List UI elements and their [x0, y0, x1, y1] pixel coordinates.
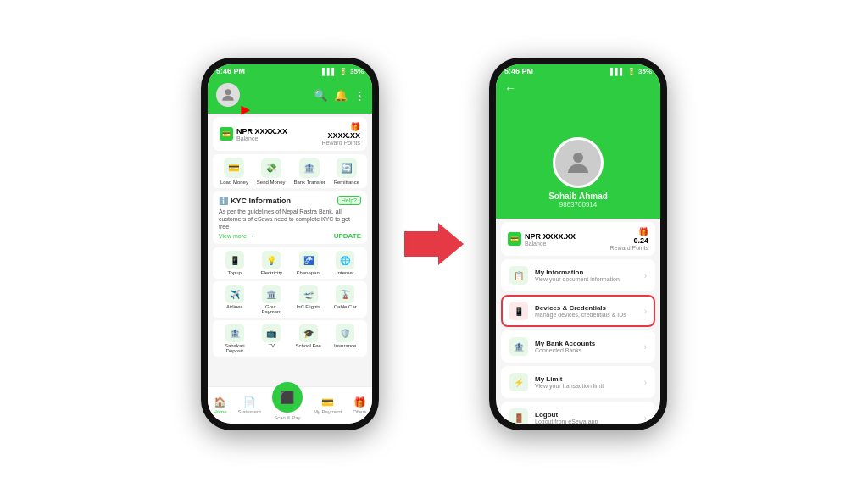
devices-menu-icon: 📱: [509, 302, 528, 320]
kyc-view-more[interactable]: View more →: [219, 233, 254, 239]
menu-list: 📋 My Information View your document info…: [496, 259, 660, 424]
balance-card-left: 💳 NPR XXXX.XX Balance 🎁 XXXX.XX Reward P…: [213, 117, 367, 151]
bottom-nav-left: 🏠 Home 📄 Statement ⬛ Scan & Pay 💳 My Pay…: [208, 386, 372, 424]
scan-button[interactable]: ⬛: [272, 382, 303, 413]
svc-tv[interactable]: 📺TV: [255, 324, 289, 353]
menu-devices-credentials[interactable]: 📱 Devices & Credentials Manage devices, …: [501, 295, 655, 327]
reward-value-left: XXXX.XX: [321, 131, 360, 140]
home-icon: 🏠: [214, 396, 226, 408]
svc-topup[interactable]: 📱Topup: [218, 251, 252, 275]
status-icons-right: ▌▌▌ 🔋 35%: [610, 68, 652, 75]
services-row-1: 📱Topup 💡Electricity 🚰Khanepani 🌐Internet: [213, 247, 367, 279]
scene: ◄ 5:46 PM ▌▌▌ 🔋 35% 🔍 🔔 ⋮: [0, 0, 868, 488]
wallet-icon: 💳: [220, 127, 233, 141]
svg-point-2: [573, 152, 583, 163]
chevron-icon-2: ›: [644, 342, 647, 352]
services-row-3: 🏦Sahakari Deposit 📺TV 🎓School Fee 🛡️Insu…: [213, 320, 367, 357]
quick-actions: 💳 Load Money 💸 Send Money 🏦 Bank Transfe…: [213, 154, 367, 188]
svc-govt-payment[interactable]: 🏛️Govt. Payment: [255, 285, 289, 314]
right-phone: 5:46 PM ▌▌▌ 🔋 35% ← Sohaib Ahmad 9863700…: [489, 58, 667, 430]
left-header: 🔍 🔔 ⋮: [208, 78, 372, 114]
offers-icon: 🎁: [353, 396, 366, 408]
profile-name: Sohaib Ahmad: [548, 191, 608, 201]
balance-card-right: 💳 NPR XXXX.XX Balance 🎁 0.24 Reward Poin…: [501, 222, 655, 256]
time-right: 5:46 PM: [504, 67, 533, 75]
svc-electricity[interactable]: 💡Electricity: [255, 251, 289, 275]
menu-my-limit[interactable]: ⚡ My Limit View your transaction limit ›: [501, 366, 655, 398]
reward-value-right: 0.24: [609, 236, 648, 245]
svc-khanepani[interactable]: 🚰Khanepani: [292, 251, 326, 275]
svc-school-fee[interactable]: 🎓School Fee: [292, 324, 326, 353]
menu-logout[interactable]: 🚪 Logout Logout from eSewa app ›: [501, 402, 655, 424]
bank-menu-icon: 🏦: [509, 337, 528, 356]
qa-bank-transfer[interactable]: 🏦 Bank Transfer: [293, 158, 325, 185]
svc-cable-car[interactable]: 🚡Cable Car: [329, 285, 363, 314]
left-phone-screen: 5:46 PM ▌▌▌ 🔋 35% 🔍 🔔 ⋮: [208, 64, 372, 424]
svg-point-0: [225, 89, 231, 95]
bell-icon[interactable]: 🔔: [334, 89, 348, 102]
time-left: 5:46 PM: [216, 67, 245, 75]
info-icon: ℹ️: [219, 197, 228, 205]
balance-label-left: Balance: [236, 136, 287, 141]
qa-load-money[interactable]: 💳 Load Money: [220, 158, 248, 185]
transition-arrow: [404, 223, 464, 265]
back-button[interactable]: ←: [504, 81, 652, 95]
balance-value-left: NPR XXXX.XX: [236, 127, 287, 136]
balance-value-right: NPR XXXX.XX: [525, 232, 576, 241]
services-row-2: ✈️Airlines 🏛️Govt. Payment 🛫Int'l Flight…: [213, 281, 367, 318]
right-phone-screen: 5:46 PM ▌▌▌ 🔋 35% ← Sohaib Ahmad 9863700…: [496, 64, 660, 424]
search-icon[interactable]: 🔍: [314, 89, 327, 102]
svg-marker-1: [404, 223, 464, 265]
svc-sahakari[interactable]: 🏦Sahakari Deposit: [218, 324, 252, 353]
payment-icon: 💳: [321, 396, 334, 408]
kyc-title: ℹ️ KYC Information: [219, 197, 291, 205]
chevron-icon-4: ›: [644, 413, 647, 423]
status-icons-left: ▌▌▌ 🔋 35%: [322, 68, 364, 75]
chevron-icon-1: ›: [644, 307, 647, 316]
statement-icon: 📄: [243, 396, 256, 408]
nav-home[interactable]: 🏠 Home: [214, 396, 227, 414]
logout-menu-icon: 🚪: [509, 408, 528, 424]
svc-intl-flights[interactable]: 🛫Int'l Flights: [292, 285, 326, 314]
gift-icon-right: 🎁: [638, 227, 648, 236]
status-bar-right: 5:46 PM ▌▌▌ 🔋 35%: [496, 64, 660, 78]
chevron-icon-3: ›: [644, 378, 647, 387]
reward-label-right: Reward Points: [609, 245, 648, 251]
qa-remittance[interactable]: 🔄 Remittance: [334, 158, 359, 185]
wallet-icon-right: 💳: [508, 232, 521, 246]
header-icons: 🔍 🔔 ⋮: [314, 89, 365, 102]
svc-airlines[interactable]: ✈️Airlines: [218, 285, 252, 314]
kyc-help-btn[interactable]: Help?: [337, 196, 361, 205]
profile-avatar: [553, 137, 604, 188]
status-bar-left: 5:46 PM ▌▌▌ 🔋 35%: [208, 64, 372, 78]
qa-send-money[interactable]: 💸 Send Money: [257, 158, 286, 185]
svc-insurance[interactable]: 🛡️Insurance: [329, 324, 363, 353]
menu-bank-accounts[interactable]: 🏦 My Bank Accounts Connected Banks ›: [501, 330, 655, 363]
nav-offers[interactable]: 🎁 Offers: [353, 396, 366, 414]
right-header: ←: [496, 78, 660, 137]
nav-my-payment[interactable]: 💳 My Payment: [314, 396, 342, 414]
kyc-text: As per the guidelines of Nepal Rastra Ba…: [219, 208, 361, 230]
limit-menu-icon: ⚡: [509, 373, 528, 391]
svc-internet[interactable]: 🌐Internet: [329, 251, 363, 275]
gift-icon: 🎁: [350, 122, 360, 131]
profile-section: Sohaib Ahmad 9863700914: [496, 137, 660, 219]
kyc-card: ℹ️ KYC Information Help? As per the guid…: [213, 191, 367, 244]
pointer-arrow: ◄: [238, 102, 253, 119]
info-menu-icon: 📋: [509, 266, 528, 285]
balance-label-right: Balance: [525, 241, 576, 247]
qr-icon: ⬛: [280, 391, 294, 404]
kyc-update-btn[interactable]: UPDATE: [334, 232, 361, 240]
nav-statement[interactable]: 📄 Statement: [238, 396, 261, 414]
menu-my-information[interactable]: 📋 My Information View your document info…: [501, 259, 655, 291]
menu-icon[interactable]: ⋮: [354, 89, 365, 102]
reward-label-left: Reward Points: [321, 140, 360, 146]
nav-scan[interactable]: ⬛ Scan & Pay: [272, 391, 303, 420]
profile-phone: 9863700914: [559, 201, 598, 208]
left-phone: ◄ 5:46 PM ▌▌▌ 🔋 35% 🔍 🔔 ⋮: [201, 58, 379, 430]
chevron-icon-0: ›: [644, 271, 647, 280]
